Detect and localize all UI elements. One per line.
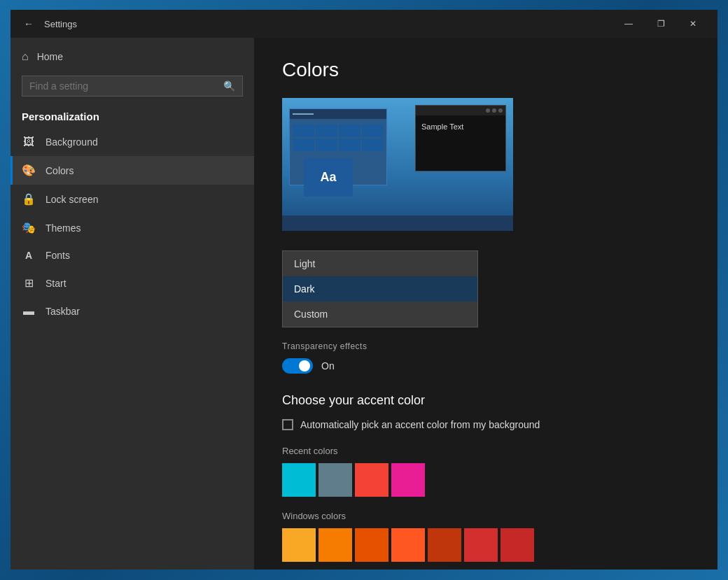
- content-area: ⌂ Home 🔍 Personalization 🖼 Background 🎨 …: [10, 38, 718, 570]
- preview-tile: [316, 139, 337, 151]
- preview-window-2: Sample Text: [415, 105, 506, 171]
- background-icon: 🖼: [22, 136, 36, 148]
- sidebar-fonts-label: Fonts: [46, 250, 70, 261]
- theme-preview: Aa Sample Text: [282, 98, 513, 231]
- win-color-5[interactable]: [464, 528, 498, 562]
- home-label: Home: [37, 51, 63, 62]
- titlebar-controls: — ❐ ✕: [612, 13, 709, 35]
- sidebar-item-colors[interactable]: 🎨 Colors: [10, 156, 254, 185]
- sidebar-item-lock-screen[interactable]: 🔒 Lock screen: [10, 185, 254, 213]
- colors-icon: 🎨: [22, 164, 36, 177]
- search-box[interactable]: 🔍: [22, 76, 243, 97]
- theme-option-dark[interactable]: Dark: [283, 276, 477, 302]
- theme-dropdown: Light Dark Custom: [282, 250, 478, 327]
- minimize-button[interactable]: —: [612, 13, 645, 35]
- back-button[interactable]: ←: [19, 14, 38, 34]
- preview-sample-text: Sample Text: [416, 115, 505, 138]
- preview-tile: [339, 125, 360, 137]
- recent-color-0[interactable]: [282, 463, 316, 497]
- preview-tile: [293, 139, 314, 151]
- transparency-toggle-row: On: [282, 358, 690, 374]
- preview-tiles: [290, 122, 386, 154]
- preview-window-1-bar: [290, 109, 386, 119]
- home-icon: ⌂: [22, 50, 29, 63]
- sidebar-background-label: Background: [46, 136, 98, 148]
- sidebar-colors-label: Colors: [46, 165, 74, 176]
- win-color-4[interactable]: [428, 528, 461, 562]
- recent-colors-label: Recent colors: [282, 446, 690, 456]
- sidebar-item-start[interactable]: ⊞ Start: [10, 269, 254, 297]
- main-content: Colors: [254, 38, 718, 570]
- sidebar-item-themes[interactable]: 🎭 Themes: [10, 213, 254, 242]
- recent-color-1[interactable]: [318, 463, 352, 497]
- search-icon: 🔍: [223, 80, 235, 92]
- preview-tile: [362, 139, 384, 151]
- sidebar-item-fonts[interactable]: A Fonts: [10, 242, 254, 269]
- preview-window-1: Aa: [289, 108, 387, 185]
- sidebar-home[interactable]: ⌂ Home: [10, 43, 254, 70]
- win-color-3[interactable]: [391, 528, 425, 562]
- sidebar-item-taskbar[interactable]: ▬ Taskbar: [10, 297, 254, 325]
- preview-aa: Aa: [304, 158, 353, 197]
- win2-dot-3: [498, 108, 503, 113]
- preview-tile: [316, 125, 337, 137]
- preview-bar-line: [293, 113, 314, 115]
- auto-pick-checkbox[interactable]: [282, 419, 293, 430]
- maximize-button[interactable]: ❐: [645, 13, 677, 35]
- preview-window-2-bar: [416, 106, 505, 115]
- win-color-0[interactable]: [282, 528, 316, 562]
- sidebar: ⌂ Home 🔍 Personalization 🖼 Background 🎨 …: [10, 38, 254, 570]
- close-button[interactable]: ✕: [677, 13, 709, 35]
- themes-icon: 🎭: [22, 221, 36, 234]
- preview-taskbar: [282, 215, 513, 231]
- transparency-toggle[interactable]: [282, 358, 313, 374]
- auto-pick-row: Automatically pick an accent color from …: [282, 419, 690, 430]
- recent-color-2[interactable]: [355, 463, 388, 497]
- accent-section-title: Choose your accent color: [282, 393, 690, 408]
- start-icon: ⊞: [22, 276, 36, 290]
- titlebar-title: Settings: [44, 19, 612, 29]
- theme-option-custom[interactable]: Custom: [283, 302, 477, 327]
- preview-tile: [293, 125, 314, 137]
- transparency-section-label: Transparency effects: [282, 341, 690, 351]
- taskbar-icon: ▬: [22, 305, 36, 318]
- recent-color-swatches: [282, 463, 690, 497]
- recent-color-3[interactable]: [391, 463, 425, 497]
- fonts-icon: A: [22, 250, 36, 261]
- toggle-on-label: On: [321, 360, 335, 372]
- lock-icon: 🔒: [22, 192, 36, 206]
- auto-pick-label: Automatically pick an accent color from …: [300, 419, 540, 430]
- titlebar: ← Settings — ❐ ✕: [10, 10, 718, 38]
- windows-color-swatches: [282, 528, 690, 562]
- theme-option-light[interactable]: Light: [283, 251, 477, 276]
- page-title: Colors: [282, 59, 690, 81]
- windows-colors-label: Windows colors: [282, 511, 690, 521]
- win2-dot-1: [486, 108, 490, 113]
- sidebar-themes-label: Themes: [46, 222, 81, 234]
- toggle-knob: [299, 360, 310, 372]
- win-color-1[interactable]: [318, 528, 352, 562]
- win-color-2[interactable]: [355, 528, 388, 562]
- win2-dot-2: [492, 108, 496, 113]
- sidebar-start-label: Start: [46, 278, 66, 289]
- preview-tile: [362, 125, 384, 137]
- sidebar-lock-label: Lock screen: [46, 194, 98, 205]
- search-input[interactable]: [29, 80, 218, 92]
- settings-window: ← Settings — ❐ ✕ ⌂ Home 🔍 Personalizatio…: [10, 10, 718, 570]
- personalization-label: Personalization: [10, 105, 254, 128]
- preview-tile: [339, 139, 360, 151]
- sidebar-taskbar-label: Taskbar: [46, 306, 80, 317]
- win-color-6[interactable]: [500, 528, 534, 562]
- sidebar-item-background[interactable]: 🖼 Background: [10, 128, 254, 156]
